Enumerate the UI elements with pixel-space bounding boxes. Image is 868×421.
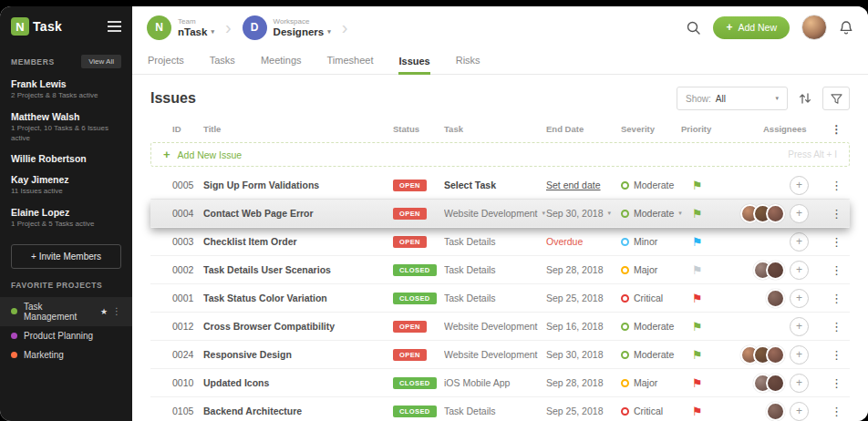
assignee-avatar[interactable] [766,261,785,280]
issue-row[interactable]: 0003 Checklist Item Order OPEN Task Deta… [150,228,850,256]
issue-task[interactable]: Task Details [444,264,546,275]
assignee-avatar[interactable] [766,374,785,393]
status-badge[interactable]: OPEN [393,236,427,249]
issue-priority[interactable]: ⚑ [681,236,732,248]
add-assignee-button[interactable]: + [790,261,809,280]
issue-row[interactable]: 0002 Task Details User Scenarios CLOSED … [150,256,850,284]
issue-task[interactable]: Task Details [444,236,546,247]
issue-end-date[interactable]: Sep 28, 2018 [546,264,621,275]
invite-members-button[interactable]: +Invite Members [11,244,121,269]
issue-title[interactable]: Task Status Color Variation [203,293,393,303]
assignee-avatar[interactable] [766,204,785,223]
project-menu-icon[interactable]: ⋮ [112,306,121,316]
status-badge[interactable]: CLOSED [393,293,437,305]
member-list-item[interactable]: Frank Lewis 2 Projects & 8 Tasks active [0,74,132,107]
issue-severity[interactable]: Moderate [621,349,681,360]
issue-title[interactable]: Backend Architecture [203,406,393,416]
row-menu-icon[interactable]: ⋮ [823,348,850,362]
add-assignee-button[interactable]: + [790,232,809,252]
favorite-project-item[interactable]: Marketing [0,345,132,365]
column-title[interactable]: Title [203,124,393,134]
issue-end-date[interactable]: Sep 30, 2018 [546,349,621,360]
show-filter-dropdown[interactable]: Show: All ▾ [677,87,788,110]
add-assignee-button[interactable]: + [790,374,809,393]
add-new-button[interactable]: +Add New [713,16,790,39]
issue-severity[interactable]: Major [621,377,681,388]
status-badge[interactable]: OPEN [393,208,427,221]
row-menu-icon[interactable]: ⋮ [823,235,850,249]
user-avatar[interactable] [801,15,827,40]
issue-task[interactable]: Website Development▾ [444,208,546,219]
issue-task[interactable]: Select Task [444,180,546,190]
menu-toggle-icon[interactable] [108,18,121,35]
issue-priority[interactable]: ⚑ [681,264,732,276]
issue-row[interactable]: 0024 Responsive Design OPEN Website Deve… [150,341,850,369]
filter-button[interactable] [822,87,850,110]
issue-severity[interactable]: Critical [621,293,681,303]
add-assignee-button[interactable]: + [790,289,809,308]
notifications-bell-icon[interactable] [839,20,853,36]
issue-severity[interactable]: Critical [621,406,681,416]
issue-priority[interactable]: ⚑ [681,321,732,333]
favorite-project-item[interactable]: Task Management ★ ⋮ [0,297,132,326]
assignee-avatar[interactable] [766,402,785,421]
issue-end-date[interactable]: Sep 16, 2018 [546,321,621,332]
view-all-button[interactable]: View All [81,55,121,68]
workspace-selector[interactable]: D Workspace Designers▾ [243,15,331,40]
issue-task[interactable]: Task Details [444,293,546,303]
column-task[interactable]: Task [444,124,546,134]
issue-task[interactable]: Task Details [444,406,546,416]
issue-row[interactable]: 0004 Contact Web Page Error OPEN Website… [150,200,850,228]
sort-icon[interactable] [798,91,812,106]
issue-end-date[interactable]: Sep 25, 2018 [546,293,621,303]
column-menu-icon[interactable]: ⋮ [823,123,850,136]
add-new-issue-row[interactable]: + Add New Issue Press Alt + I [150,142,850,167]
add-assignee-button[interactable]: + [790,204,809,223]
ntask-logo[interactable]: N Task [11,17,62,36]
member-list-item[interactable]: Kay Jimenez 11 Issues active [0,169,132,202]
add-assignee-button[interactable]: + [790,345,809,365]
issue-row[interactable]: 0005 Sign Up Form Validations OPEN Selec… [150,171,850,200]
status-badge[interactable]: CLOSED [393,377,437,390]
issue-severity[interactable]: Moderate▾ [621,208,681,219]
member-list-item[interactable]: Elaine Lopez 1 Project & 5 Tasks active [0,202,132,235]
favorite-project-item[interactable]: Product Planning [0,326,132,345]
issue-row[interactable]: 0010 Updated Icons CLOSED iOS Mobile App… [150,369,850,397]
column-assignees[interactable]: Assignees [732,124,823,134]
issue-priority[interactable]: ⚑ [681,208,732,220]
tab-meetings[interactable]: Meetings [261,55,302,74]
status-badge[interactable]: CLOSED [393,406,437,418]
status-badge[interactable]: OPEN [393,349,427,362]
row-menu-icon[interactable]: ⋮ [823,263,850,277]
status-badge[interactable]: OPEN [393,180,427,192]
issue-task[interactable]: iOS Mobile App [444,377,546,388]
member-list-item[interactable]: Matthew Walsh 1 Project, 10 Tasks & 6 Is… [0,107,132,149]
add-assignee-button[interactable]: + [790,402,809,421]
tab-tasks[interactable]: Tasks [210,55,235,74]
issue-title[interactable]: Cross Browser Compatibility [203,321,393,332]
row-menu-icon[interactable]: ⋮ [823,292,850,305]
column-priority[interactable]: Priority [681,124,732,134]
team-selector[interactable]: N Team nTask▾ [147,15,214,40]
row-menu-icon[interactable]: ⋮ [823,320,850,334]
issue-priority[interactable]: ⚑ [681,180,732,191]
row-menu-icon[interactable]: ⋮ [823,179,850,192]
status-badge[interactable]: CLOSED [393,264,437,277]
issue-priority[interactable]: ⚑ [681,349,732,361]
issue-row[interactable]: 0012 Cross Browser Compatibility OPEN We… [150,313,850,341]
tab-projects[interactable]: Projects [148,55,184,74]
issue-severity[interactable]: Major [621,264,681,275]
issue-row[interactable]: 0001 Task Status Color Variation CLOSED … [150,284,850,313]
star-icon[interactable]: ★ [100,307,108,316]
tab-timesheet[interactable]: Timesheet [327,55,374,74]
issue-row[interactable]: 0105 Backend Architecture CLOSED Task De… [150,397,850,421]
issue-end-date[interactable]: Sep 30, 2018▾ [546,208,621,219]
add-assignee-button[interactable]: + [790,176,809,195]
search-icon[interactable] [686,20,701,36]
tab-issues[interactable]: Issues [398,56,429,75]
issue-priority[interactable]: ⚑ [681,377,732,389]
status-badge[interactable]: OPEN [393,321,427,334]
issue-title[interactable]: Task Details User Scenarios [203,264,393,275]
assignee-avatar[interactable] [766,345,785,365]
issue-end-date[interactable]: Overdue [546,236,621,247]
